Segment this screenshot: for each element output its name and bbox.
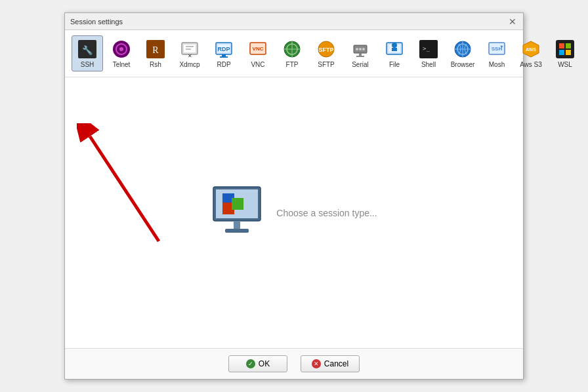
session-settings-dialog: Session settings ✕ 🔧SSHTelnetRRsh✕XdmcpR… <box>64 12 524 380</box>
svg-text:VNC: VNC <box>253 46 264 52</box>
svg-text:SFTP: SFTP <box>318 47 333 53</box>
monitor-svg <box>211 184 263 240</box>
vnc-label: VNC <box>251 61 264 68</box>
sftp-icon: SFTP <box>316 39 337 60</box>
svg-rect-46 <box>559 43 564 49</box>
telnet-icon <box>111 39 132 60</box>
session-type-awss3[interactable]: AWSAws S3 <box>515 35 547 71</box>
file-label: File <box>389 61 400 68</box>
svg-text:🔧: 🔧 <box>82 45 93 56</box>
rsh-label: Rsh <box>150 61 161 68</box>
svg-rect-15 <box>222 54 226 56</box>
session-type-xdmcp[interactable]: ✕Xdmcp <box>174 35 205 71</box>
monitor-icon <box>211 184 263 242</box>
cancel-button[interactable]: ✕ Cancel <box>301 355 360 372</box>
svg-rect-45 <box>556 40 574 58</box>
svg-rect-49 <box>566 50 571 55</box>
awss3-label: Aws S3 <box>520 61 542 68</box>
rsh-icon: R <box>145 39 166 60</box>
svg-text:AWS: AWS <box>526 47 536 52</box>
svg-point-27 <box>359 48 362 50</box>
ok-label: OK <box>259 359 270 368</box>
wsl-icon <box>555 39 576 60</box>
session-type-rdp[interactable]: RDPRDP <box>208 35 240 71</box>
svg-text:RDP: RDP <box>217 46 230 52</box>
svg-rect-30 <box>356 56 364 57</box>
svg-rect-47 <box>566 43 571 49</box>
xdmcp-label: Xdmcp <box>179 61 200 68</box>
mosh-icon: SSH <box>486 39 507 60</box>
session-type-ssh[interactable]: 🔧SSH <box>72 35 103 71</box>
session-type-serial[interactable]: Serial <box>345 35 376 71</box>
svg-text:>_: >_ <box>423 45 430 52</box>
dialog-body: Choose a session type... <box>65 77 523 348</box>
svg-rect-8 <box>184 45 196 52</box>
svg-point-4 <box>119 47 123 51</box>
close-button[interactable]: ✕ <box>507 16 518 27</box>
mosh-label: Mosh <box>489 61 505 68</box>
browser-icon <box>452 39 473 60</box>
svg-rect-48 <box>559 50 564 55</box>
ftp-icon <box>282 39 303 60</box>
svg-text:✕: ✕ <box>188 53 192 58</box>
choose-session-text: Choose a session type... <box>276 208 377 218</box>
session-type-browser[interactable]: Browser <box>447 35 478 71</box>
ssh-label: SSH <box>81 61 94 68</box>
session-type-file[interactable]: File <box>379 35 410 71</box>
ssh-icon: 🔧 <box>77 39 98 60</box>
ftp-label: FTP <box>286 61 299 68</box>
serial-label: Serial <box>352 61 369 68</box>
serial-icon <box>350 39 371 60</box>
svg-point-26 <box>356 48 358 50</box>
svg-rect-34 <box>392 48 397 51</box>
session-type-ftp[interactable]: FTP <box>276 35 308 71</box>
svg-rect-57 <box>234 221 240 229</box>
session-type-bar: 🔧SSHTelnetRRsh✕XdmcpRDPRDPVNCVNCFTPSFTPS… <box>65 30 523 77</box>
ok-button[interactable]: ✓ OK <box>228 355 287 372</box>
sftp-label: SFTP <box>318 61 335 68</box>
svg-rect-16 <box>220 56 228 58</box>
dialog-title: Session settings <box>70 18 123 26</box>
svg-rect-58 <box>225 229 249 233</box>
session-type-telnet[interactable]: Telnet <box>106 35 137 71</box>
rdp-label: RDP <box>217 61 230 68</box>
cancel-x-icon: ✕ <box>312 359 321 368</box>
choose-session-area: Choose a session type... <box>211 184 377 242</box>
svg-line-51 <box>90 136 159 241</box>
svg-point-33 <box>392 43 397 48</box>
svg-text:SSH: SSH <box>492 46 503 52</box>
awss3-icon: AWS <box>520 39 541 60</box>
svg-rect-56 <box>232 198 243 210</box>
shell-icon: >_ <box>418 39 439 60</box>
svg-point-28 <box>362 48 365 50</box>
session-type-wsl[interactable]: WSL <box>549 35 581 71</box>
dialog-footer: ✓ OK ✕ Cancel <box>65 348 523 379</box>
file-icon <box>384 39 405 60</box>
telnet-label: Telnet <box>113 61 131 68</box>
ok-check-icon: ✓ <box>246 359 255 368</box>
shell-label: Shell <box>421 61 436 68</box>
wsl-label: WSL <box>558 61 572 68</box>
arrow-indicator <box>77 123 162 254</box>
xdmcp-icon: ✕ <box>179 39 200 60</box>
svg-text:R: R <box>152 45 159 55</box>
session-type-shell[interactable]: >_Shell <box>413 35 444 71</box>
vnc-icon: VNC <box>247 39 268 60</box>
session-type-sftp[interactable]: SFTPSFTP <box>310 35 342 71</box>
browser-label: Browser <box>451 61 475 68</box>
svg-rect-29 <box>359 53 362 56</box>
session-type-vnc[interactable]: VNCVNC <box>242 35 274 71</box>
session-type-mosh[interactable]: SSHMosh <box>481 35 513 71</box>
rdp-icon: RDP <box>213 39 234 60</box>
cancel-label: Cancel <box>324 359 348 368</box>
session-type-rsh[interactable]: RRsh <box>140 35 171 71</box>
title-bar: Session settings ✕ <box>65 13 523 30</box>
